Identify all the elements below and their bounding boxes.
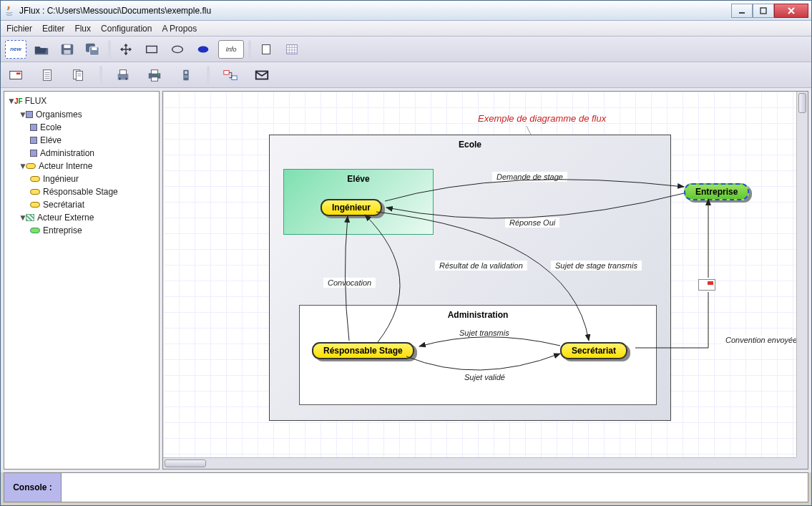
flow-sujet-ext: Sujet de stage transmis [551,261,642,271]
svg-rect-11 [263,44,270,54]
filled-ellipse-tool[interactable] [192,40,214,59]
svg-rect-15 [44,69,52,80]
tree-item-responsable[interactable]: Résponsable Stage [30,185,157,198]
actor-ingenieur[interactable]: Ingénieur [321,199,382,216]
blank-page-tool[interactable] [255,40,277,59]
box-administration-label: Administration [300,310,656,320]
flow-reponse: Réponse Oui [505,218,559,228]
svg-rect-1 [760,8,766,14]
separator [108,40,111,59]
document-button[interactable] [36,66,58,84]
documents-button[interactable] [68,66,89,84]
scroll-thumb[interactable] [165,459,206,467]
canvas-wrap: Exemple de diagramme de flux Ecole Eléve… [162,91,808,469]
minimize-button[interactable] [731,4,753,18]
window-title: JFlux : C:\Users\Messouci\Documents\exem… [19,6,731,16]
tree-item-ingenieur[interactable]: Ingénieur [30,172,157,185]
java-icon [4,5,15,16]
tree-root[interactable]: ▼JFFLUX ▼Organismes Ecole Eléve Administ… [7,94,157,237]
ellipse-tool[interactable] [167,40,188,59]
open-button[interactable] [31,40,52,59]
menu-editer[interactable]: Editer [42,24,64,34]
flow-sujet-valide: Sujet validé [460,372,509,382]
grid-tool[interactable] [281,40,303,59]
tree-pane[interactable]: ▼JFFLUX ▼Organismes Ecole Eléve Administ… [4,91,160,469]
scroll-corner [796,457,808,469]
svg-rect-19 [119,69,126,74]
maximize-button[interactable] [753,4,774,18]
toolbar-primary: new Info [1,37,811,62]
canvas-scroll[interactable]: Exemple de diagramme de flux Ecole Eléve… [163,92,796,457]
menubar: Fichier Editer Flux Configuration A Prop… [1,21,811,37]
new-button[interactable]: new [5,40,26,59]
svg-rect-23 [151,69,157,74]
flow-convention: Convention envoyée [721,335,796,345]
svg-rect-0 [739,12,745,14]
letter-button[interactable] [5,66,26,84]
svg-point-28 [185,75,185,76]
toolbar-secondary [1,62,811,88]
diagram-canvas[interactable]: Exemple de diagramme de flux Ecole Eléve… [163,92,796,457]
svg-rect-34 [224,70,229,74]
separator [248,40,251,59]
svg-point-31 [185,77,185,77]
vertical-scrollbar[interactable] [796,92,808,457]
tree-item-administration[interactable]: Administration [30,147,157,160]
svg-rect-4 [64,49,70,54]
box-eleve-label: Eléve [284,174,433,184]
tree-organismes[interactable]: ▼Organismes Ecole Eléve Administration [19,108,157,160]
svg-point-10 [198,46,209,52]
svg-rect-8 [147,46,157,52]
tree-item-ecole[interactable]: Ecole [30,121,157,134]
svg-rect-3 [64,44,70,48]
menu-flux[interactable]: Flux [74,24,91,34]
diagram-title: Exemple de diagramme de flux [478,113,606,124]
print-button[interactable] [144,66,165,84]
svg-point-33 [187,77,187,77]
tree-acteur-externe[interactable]: ▼Acteur Externe Entreprise [19,211,157,237]
tree: ▼JFFLUX ▼Organismes Ecole Eléve Administ… [6,94,157,237]
menu-fichier[interactable]: Fichier [6,24,32,34]
svg-point-9 [172,46,183,52]
horizontal-scrollbar[interactable] [163,457,796,469]
rectangle-tool[interactable] [141,40,162,59]
svg-rect-14 [16,72,20,74]
move-tool[interactable] [115,40,137,59]
app-window: JFlux : C:\Users\Messouci\Documents\exem… [0,0,812,506]
fax-button[interactable] [112,66,134,84]
tree-item-secretariat[interactable]: Secrétariat [30,198,157,211]
network-button[interactable] [220,66,241,84]
tree-item-entreprise[interactable]: Entreprise [30,224,157,237]
scroll-thumb[interactable] [798,93,806,113]
console-body[interactable] [62,473,808,502]
close-button[interactable] [774,4,808,18]
separator [207,66,210,84]
svg-rect-13 [10,71,22,79]
svg-point-29 [185,75,186,76]
svg-rect-7 [92,47,97,50]
flow-convocation: Convocation [323,278,376,288]
save-button[interactable] [57,40,78,59]
menu-apropos[interactable]: A Propos [162,24,197,34]
svg-rect-20 [119,77,121,79]
svg-point-25 [158,74,160,75]
actor-secretariat[interactable]: Secrétariat [560,342,627,359]
menu-configuration[interactable]: Configuration [101,24,152,34]
titlebar: JFlux : C:\Users\Messouci\Documents\exem… [1,1,811,21]
save-as-button[interactable] [82,40,104,59]
workarea: ▼JFFLUX ▼Organismes Ecole Eléve Administ… [1,88,811,472]
mail-button[interactable] [251,66,273,84]
tree-acteur-interne[interactable]: ▼Acteur Interne Ingénieur Résponsable St… [19,160,157,211]
actor-responsable[interactable]: Résponsable Stage [312,342,414,359]
svg-rect-21 [126,77,127,79]
tree-item-eleve[interactable]: Eléve [30,134,157,147]
actor-entreprise[interactable]: Entreprise [684,183,749,200]
svg-rect-24 [151,77,157,81]
note-icon[interactable] [698,279,715,291]
svg-rect-27 [185,71,187,74]
console-bar: Console : [4,472,808,502]
phone-button[interactable] [175,66,197,84]
window-buttons [731,4,808,18]
info-tool[interactable]: Info [218,40,244,59]
flow-demande: Demande de stage [492,172,567,182]
